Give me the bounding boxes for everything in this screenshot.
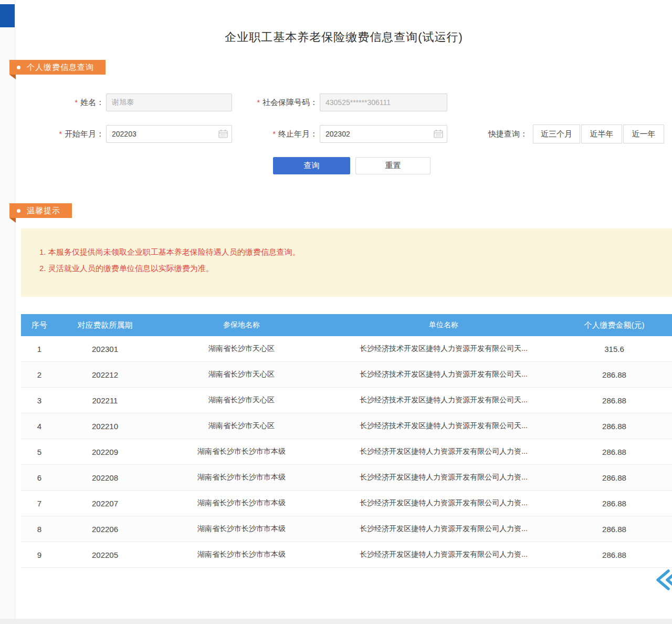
table-cell: 5	[21, 448, 58, 456]
col-header-place: 参保地名称	[152, 320, 331, 330]
table-row: 8202206湖南省长沙市长沙市市本级长沙经济开发区捷特人力资源开发有限公司人力…	[21, 516, 672, 542]
table-cell: 202212	[58, 370, 152, 379]
pension-query-page: 企业职工基本养老保险缴费信息查询(试运行) 个人缴费信息查询 *姓名： *社会保…	[0, 0, 672, 624]
section-badge-tips: 温馨提示	[9, 203, 72, 218]
left-gutter	[0, 0, 15, 624]
table-cell: 长沙经济开发区捷特人力资源开发有限公司人力资...	[331, 498, 556, 508]
table-cell: 湖南省长沙市长沙市市本级	[152, 447, 331, 456]
table-cell: 286.88	[556, 422, 672, 431]
table-row: 7202207湖南省长沙市长沙市市本级长沙经济开发区捷特人力资源开发有限公司人力…	[21, 491, 672, 516]
table-cell: 202207	[58, 499, 152, 508]
required-asterisk: *	[59, 130, 62, 138]
table-cell: 3	[21, 396, 58, 405]
table-row: 2202212湖南省长沙市天心区长沙经济技术开发区捷特人力资源开发有限公司天..…	[21, 362, 672, 388]
table-cell: 湖南省长沙市天心区	[152, 344, 331, 353]
table-cell: 286.88	[556, 525, 672, 534]
page-title: 企业职工基本养老保险缴费信息查询(试运行)	[16, 29, 672, 45]
table-cell: 286.88	[556, 396, 672, 405]
col-header-index: 序号	[21, 320, 58, 330]
table-cell: 4	[21, 422, 58, 431]
notice-line: 1. 本服务仅提供尚未领取企业职工基本养老保险待遇人员的缴费信息查询。	[39, 245, 662, 258]
table-cell: 202205	[58, 550, 152, 559]
table-cell: 202301	[58, 345, 152, 353]
table-cell: 湖南省长沙市天心区	[152, 370, 331, 379]
table-row: 3202211湖南省长沙市天心区长沙经济技术开发区捷特人力资源开发有限公司天..…	[21, 388, 672, 413]
notice-line: 2. 灵活就业人员的缴费单位信息以实际缴费为准。	[39, 262, 662, 275]
table-header-row: 序号 对应费款所属期 参保地名称 单位名称 个人缴费金额(元)	[21, 314, 672, 336]
end-month-group: *终止年月：	[236, 125, 447, 143]
table-cell: 长沙经济技术开发区捷特人力资源开发有限公司天...	[331, 344, 556, 353]
table-cell: 长沙经济技术开发区捷特人力资源开发有限公司天...	[331, 370, 556, 379]
query-button[interactable]: 查询	[273, 157, 350, 174]
table-cell: 湖南省长沙市长沙市市本级	[152, 550, 331, 559]
section-badge-tips-label: 温馨提示	[27, 206, 60, 216]
table-cell: 202210	[58, 422, 152, 431]
bullet-dot-icon	[17, 66, 20, 69]
table-cell: 湖南省长沙市长沙市市本级	[152, 473, 331, 482]
table-cell: 湖南省长沙市天心区	[152, 396, 331, 405]
end-month-label: *终止年月：	[236, 129, 318, 139]
table-row: 4202210湖南省长沙市天心区长沙经济技术开发区捷特人力资源开发有限公司天..…	[21, 413, 672, 439]
payment-table: 序号 对应费款所属期 参保地名称 单位名称 个人缴费金额(元) 1202301湖…	[21, 314, 672, 568]
name-field-group: *姓名：	[32, 93, 232, 111]
table-cell: 湖南省长沙市长沙市市本级	[152, 498, 331, 508]
col-header-company: 单位名称	[331, 320, 556, 330]
table-cell: 315.6	[556, 345, 672, 353]
start-month-group: *开始年月：	[32, 125, 232, 143]
required-asterisk: *	[273, 130, 276, 138]
quick-btn-oneyear[interactable]: 近一年	[623, 124, 664, 143]
start-month-input[interactable]	[106, 125, 232, 143]
ribbon-fold	[9, 218, 16, 223]
table-row: 5202209湖南省长沙市长沙市市本级长沙经济开发区捷特人力资源开发有限公司人力…	[21, 439, 672, 465]
table-cell: 202206	[58, 525, 152, 534]
ssn-field-group: *社会保障号码：	[236, 93, 447, 111]
ssn-label: *社会保障号码：	[236, 98, 318, 108]
table-cell: 286.88	[556, 370, 672, 379]
section-badge-query-label: 个人缴费信息查询	[27, 63, 94, 72]
table-row: 1202301湖南省长沙市天心区长沙经济技术开发区捷特人力资源开发有限公司天..…	[21, 336, 672, 362]
table-cell: 长沙经济技术开发区捷特人力资源开发有限公司天...	[331, 421, 556, 431]
calendar-icon[interactable]	[218, 129, 228, 138]
table-cell: 286.88	[556, 448, 672, 456]
table-cell: 长沙经济开发区捷特人力资源开发有限公司人力资...	[331, 473, 556, 482]
table-row: 9202205湖南省长沙市长沙市市本级长沙经济开发区捷特人力资源开发有限公司人力…	[21, 542, 672, 568]
reset-button[interactable]: 重置	[355, 157, 430, 174]
table-cell: 286.88	[556, 550, 672, 559]
table-cell: 长沙经济开发区捷特人力资源开发有限公司人力资...	[331, 550, 556, 559]
bullet-dot-icon	[17, 209, 20, 213]
table-cell: 202209	[58, 448, 152, 456]
table-cell: 286.88	[556, 473, 672, 482]
table-cell: 湖南省长沙市天心区	[152, 421, 331, 431]
table-body: 1202301湖南省长沙市天心区长沙经济技术开发区捷特人力资源开发有限公司天..…	[21, 336, 672, 568]
quick-btn-halfyear[interactable]: 近半年	[581, 124, 622, 143]
col-header-period: 对应费款所属期	[58, 320, 152, 330]
table-cell: 长沙经济开发区捷特人力资源开发有限公司人力资...	[331, 447, 556, 456]
table-cell: 长沙经济技术开发区捷特人力资源开发有限公司天...	[331, 396, 556, 405]
quick-btn-3months[interactable]: 近三个月	[533, 124, 580, 143]
table-cell: 286.88	[556, 499, 672, 508]
table-cell: 202208	[58, 473, 152, 482]
footer-strip	[0, 619, 672, 624]
table-row: 6202208湖南省长沙市长沙市市本级长沙经济开发区捷特人力资源开发有限公司人力…	[21, 465, 672, 491]
ssn-input	[320, 93, 447, 111]
table-cell: 长沙经济开发区捷特人力资源开发有限公司人力资...	[331, 524, 556, 534]
table-cell: 7	[21, 499, 58, 508]
end-month-input[interactable]	[320, 125, 447, 143]
collapse-chevrons-icon[interactable]	[654, 568, 672, 591]
ribbon-fold	[9, 75, 16, 79]
table-cell: 湖南省长沙市长沙市市本级	[152, 524, 331, 534]
sidebar-blue-block	[0, 4, 15, 27]
required-asterisk: *	[75, 98, 78, 107]
table-cell: 202211	[58, 396, 152, 405]
quick-query-label: 快捷查询：	[488, 129, 528, 139]
quick-query-group: 快捷查询： 近三个月 近半年 近一年	[488, 124, 664, 143]
table-cell: 2	[21, 370, 58, 379]
table-cell: 1	[21, 345, 58, 353]
calendar-icon[interactable]	[434, 129, 443, 138]
section-badge-query: 个人缴费信息查询	[9, 60, 106, 75]
required-asterisk: *	[257, 98, 260, 107]
notice-box: 1. 本服务仅提供尚未领取企业职工基本养老保险待遇人员的缴费信息查询。 2. 灵…	[21, 228, 672, 297]
name-input	[106, 93, 232, 111]
table-cell: 8	[21, 525, 58, 534]
table-cell: 6	[21, 473, 58, 482]
